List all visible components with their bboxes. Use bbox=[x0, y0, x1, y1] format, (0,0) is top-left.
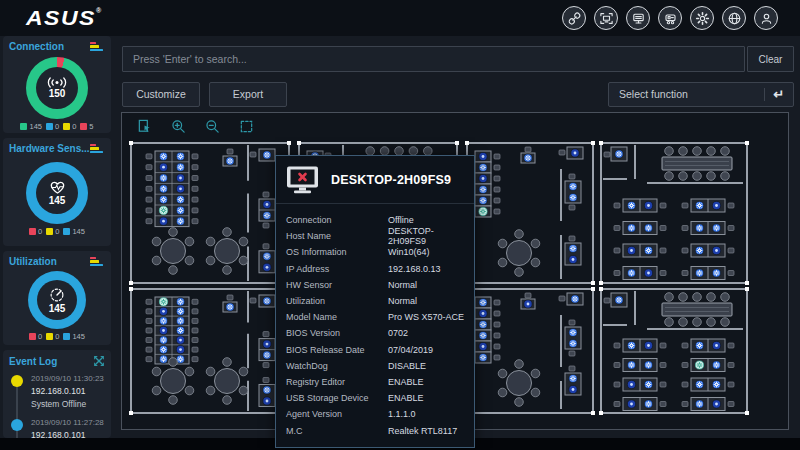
computer-node[interactable] bbox=[159, 206, 167, 214]
computer-node[interactable] bbox=[569, 182, 577, 190]
computer-node[interactable] bbox=[263, 211, 271, 219]
computer-node[interactable] bbox=[159, 355, 167, 363]
computer-node[interactable] bbox=[644, 400, 652, 408]
computer-node[interactable] bbox=[695, 361, 703, 369]
globe-icon[interactable] bbox=[722, 6, 746, 30]
computer-node[interactable] bbox=[644, 361, 652, 369]
computer-node[interactable] bbox=[644, 380, 652, 388]
computer-node[interactable] bbox=[695, 400, 703, 408]
computer-node[interactable] bbox=[479, 152, 487, 160]
computer-node[interactable] bbox=[479, 320, 487, 328]
computer-node[interactable] bbox=[479, 309, 487, 317]
zoom-in-icon[interactable] bbox=[171, 119, 186, 134]
computer-node[interactable] bbox=[569, 385, 577, 393]
select-function-dropdown[interactable]: Select function ↵ bbox=[608, 82, 794, 107]
computer-node[interactable] bbox=[627, 246, 635, 254]
computer-node[interactable] bbox=[569, 328, 577, 336]
computer-node[interactable] bbox=[695, 341, 703, 349]
computer-node[interactable] bbox=[695, 224, 703, 232]
computer-node[interactable] bbox=[159, 217, 167, 225]
computer-node[interactable] bbox=[263, 151, 271, 159]
computer-node[interactable] bbox=[524, 154, 532, 162]
computer-node[interactable] bbox=[712, 246, 720, 254]
computer-node[interactable] bbox=[712, 400, 720, 408]
computer-node[interactable] bbox=[615, 296, 623, 304]
computer-node[interactable] bbox=[159, 326, 167, 334]
computer-node[interactable] bbox=[263, 252, 271, 260]
select-area-icon[interactable] bbox=[239, 119, 254, 134]
computer-node[interactable] bbox=[524, 300, 532, 308]
expand-icon[interactable] bbox=[93, 355, 105, 367]
computer-node[interactable] bbox=[176, 163, 184, 171]
overview-icon[interactable] bbox=[137, 119, 152, 134]
search-input[interactable] bbox=[122, 46, 745, 72]
scan-icon[interactable] bbox=[594, 6, 618, 30]
computer-node[interactable] bbox=[712, 361, 720, 369]
computer-node[interactable] bbox=[695, 380, 703, 388]
computer-node[interactable] bbox=[569, 374, 577, 382]
computer-node[interactable] bbox=[627, 400, 635, 408]
computer-node[interactable] bbox=[176, 185, 184, 193]
computer-node[interactable] bbox=[712, 380, 720, 388]
computer-node[interactable] bbox=[176, 196, 184, 204]
computer-node[interactable] bbox=[263, 200, 271, 208]
bar-chart-icon[interactable] bbox=[90, 256, 105, 267]
computer-node[interactable] bbox=[176, 206, 184, 214]
computer-node[interactable] bbox=[627, 269, 635, 277]
computer-node[interactable] bbox=[176, 152, 184, 160]
computer-node[interactable] bbox=[176, 217, 184, 225]
user-icon[interactable] bbox=[754, 6, 778, 30]
computer-node[interactable] bbox=[159, 336, 167, 344]
computer-node[interactable] bbox=[479, 174, 487, 182]
machine-icon[interactable] bbox=[658, 6, 682, 30]
computer-node[interactable] bbox=[159, 307, 167, 315]
computer-node[interactable] bbox=[479, 196, 487, 204]
computer-node[interactable] bbox=[627, 201, 635, 209]
computer-node[interactable] bbox=[159, 152, 167, 160]
computer-node[interactable] bbox=[159, 317, 167, 325]
computer-node[interactable] bbox=[159, 174, 167, 182]
computer-node[interactable] bbox=[159, 185, 167, 193]
computer-node[interactable] bbox=[159, 298, 167, 306]
computer-node[interactable] bbox=[176, 326, 184, 334]
event-log-entry[interactable]: 2019/09/10 11:27:28 192.168.0.101 System… bbox=[9, 418, 105, 438]
bar-chart-icon[interactable] bbox=[90, 143, 105, 154]
computer-node[interactable] bbox=[569, 244, 577, 252]
computer-node[interactable] bbox=[712, 269, 720, 277]
computer-node[interactable] bbox=[263, 397, 271, 405]
computer-node[interactable] bbox=[569, 339, 577, 347]
computer-node[interactable] bbox=[479, 331, 487, 339]
computer-node[interactable] bbox=[159, 196, 167, 204]
export-button[interactable]: Export bbox=[209, 82, 287, 107]
computer-node[interactable] bbox=[695, 246, 703, 254]
computer-node[interactable] bbox=[226, 157, 234, 165]
computer-node[interactable] bbox=[479, 342, 487, 350]
computer-node[interactable] bbox=[644, 201, 652, 209]
computer-node[interactable] bbox=[263, 351, 271, 359]
computer-node[interactable] bbox=[479, 207, 487, 215]
computer-node[interactable] bbox=[712, 201, 720, 209]
computer-node[interactable] bbox=[712, 224, 720, 232]
gear-icon[interactable] bbox=[690, 6, 714, 30]
computer-node[interactable] bbox=[479, 353, 487, 361]
computer-node[interactable] bbox=[627, 224, 635, 232]
computer-node[interactable] bbox=[644, 269, 652, 277]
computer-node[interactable] bbox=[479, 298, 487, 306]
computer-node[interactable] bbox=[571, 295, 579, 303]
computer-node[interactable] bbox=[226, 303, 234, 311]
event-log-entry[interactable]: 2019/09/10 11:30:23 192.168.0.101 System… bbox=[9, 374, 105, 409]
computer-node[interactable] bbox=[695, 269, 703, 277]
customize-button[interactable]: Customize bbox=[122, 82, 200, 107]
monitor-icon[interactable] bbox=[626, 6, 650, 30]
computer-node[interactable] bbox=[263, 386, 271, 394]
computer-node[interactable] bbox=[176, 174, 184, 182]
computer-node[interactable] bbox=[263, 340, 271, 348]
bar-chart-icon[interactable] bbox=[90, 41, 105, 52]
computer-node[interactable] bbox=[263, 263, 271, 271]
computer-node[interactable] bbox=[176, 317, 184, 325]
computer-node[interactable] bbox=[176, 307, 184, 315]
computer-node[interactable] bbox=[479, 185, 487, 193]
clear-button[interactable]: Clear bbox=[747, 46, 794, 72]
computer-node[interactable] bbox=[176, 336, 184, 344]
computer-node[interactable] bbox=[263, 297, 271, 305]
